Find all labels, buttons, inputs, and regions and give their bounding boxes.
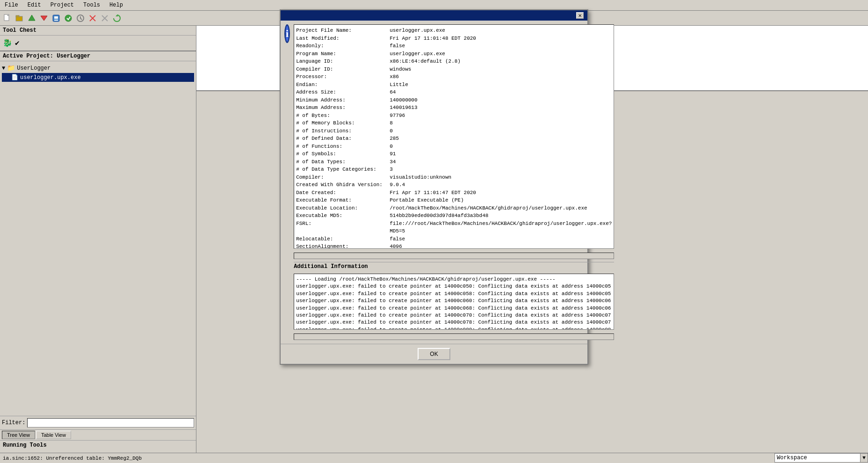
info-row: # of Data Type Categories:3: [296, 166, 612, 174]
info-value: x86: [390, 73, 399, 81]
info-value: 91: [390, 150, 396, 158]
info-row: Maximum Address:140019613: [296, 104, 612, 112]
info-key: Readonly:: [296, 42, 390, 50]
info-key: # of Symbols:: [296, 150, 390, 158]
info-key: FSRL:: [296, 220, 390, 235]
info-row: SectionAlignment:4096: [296, 243, 612, 249]
info-key: # of Functions:: [296, 143, 390, 151]
info-key: Executable Location:: [296, 204, 390, 212]
log-area[interactable]: ----- Loading /root/HackTheBox/Machines/…: [294, 274, 614, 330]
log-line: ----- Loading /root/HackTheBox/Machines/…: [296, 276, 612, 283]
info-value: 97796: [390, 112, 405, 120]
info-row: # of Defined Data:285: [296, 135, 612, 143]
info-key: Endian:: [296, 81, 390, 89]
info-row: Readonly:false: [296, 42, 612, 50]
info-value: 34: [390, 158, 396, 166]
info-table-area[interactable]: Project File Name:userlogger.upx.exeLast…: [294, 24, 614, 249]
ok-button[interactable]: OK: [418, 348, 450, 360]
info-key: # of Bytes:: [296, 112, 390, 120]
info-key: SectionAlignment:: [296, 243, 390, 249]
dialog-footer: OK: [281, 344, 587, 364]
info-value: visualstudio:unknown: [390, 174, 451, 181]
info-row: FSRL:file:///root/HackTheBox/Machines/HA…: [296, 220, 612, 235]
info-value: 0: [390, 143, 393, 151]
info-row: Compiler ID:windows: [296, 65, 612, 73]
info-row: Language ID:x86:LE:64:default (2.8): [296, 58, 612, 65]
info-row: # of Memory Blocks:8: [296, 119, 612, 127]
info-key: # of Instructions:: [296, 127, 390, 135]
info-key: # of Data Type Categories:: [296, 166, 390, 174]
info-value: userlogger.upx.exe: [390, 50, 445, 58]
info-key: # of Memory Blocks:: [296, 119, 390, 127]
info-key: Program Name:: [296, 50, 390, 58]
info-key: Relocatable:: [296, 235, 390, 243]
info-key: # of Defined Data:: [296, 135, 390, 143]
info-value: 9.0.4: [390, 181, 405, 189]
log-line: userlogger.upx.exe: failed to create poi…: [296, 319, 612, 326]
log-line: userlogger.upx.exe: failed to create poi…: [296, 305, 612, 312]
info-value: file:///root/HackTheBox/Machines/HACKBAC…: [390, 220, 612, 235]
info-value: /root/HackTheBox/Machines/HACKBACK/ghidr…: [390, 204, 587, 212]
info-row: Relocatable:false: [296, 235, 612, 243]
info-key: Project File Name:: [296, 27, 390, 35]
info-row: Created With Ghidra Version:9.0.4: [296, 181, 612, 189]
info-row: Address Size:64: [296, 88, 612, 96]
info-value: 8: [390, 119, 393, 127]
info-row: # of Instructions:0: [296, 127, 612, 135]
info-key: Last Modified:: [296, 35, 390, 43]
log-line: userlogger.upx.exe: failed to create poi…: [296, 312, 612, 319]
info-value: Fri Apr 17 11:01:48 EDT 2020: [390, 35, 476, 43]
info-row: Executable Location:/root/HackTheBox/Mac…: [296, 204, 612, 212]
log-hscroll[interactable]: [294, 333, 614, 340]
log-line: userlogger.upx.exe: failed to create poi…: [296, 326, 612, 330]
dialog-content: Project File Name:userlogger.upx.exeLast…: [294, 24, 614, 340]
info-key: Address Size:: [296, 88, 390, 96]
info-key: Executable MD5:: [296, 212, 390, 220]
info-value: 140019613: [390, 104, 417, 112]
dialog-body: i Project File Name:userlogger.upx.exeLa…: [281, 21, 587, 344]
info-key: Created With Ghidra Version:: [296, 181, 390, 189]
info-row: Executable MD5:514bb2b9eded00d3d97d84afd…: [296, 212, 612, 220]
info-row: # of Symbols:91: [296, 150, 612, 158]
info-value: 0: [390, 127, 393, 135]
info-value: false: [390, 42, 405, 50]
info-table-hscroll[interactable]: [294, 253, 614, 259]
info-key: Date Created:: [296, 189, 390, 197]
info-value: 4096: [390, 243, 402, 249]
info-key: Executable Format:: [296, 196, 390, 204]
info-key: Language ID:: [296, 58, 390, 65]
info-value: 514bb2b9eded00d3d97d84afd3a3bd48: [390, 212, 488, 220]
info-row: Last Modified:Fri Apr 17 11:01:48 EDT 20…: [296, 35, 612, 43]
additional-info-label: Additional Information: [294, 262, 614, 271]
info-value: userlogger.upx.exe: [390, 27, 445, 35]
info-value: Little: [390, 81, 408, 89]
info-icon: i: [284, 24, 290, 43]
info-key: Compiler:: [296, 174, 390, 181]
info-value: 285: [390, 135, 399, 143]
modal-overlay: ✕ i Project File Name:userlogger.upx.exe…: [0, 0, 868, 463]
info-dialog: ✕ i Project File Name:userlogger.upx.exe…: [280, 9, 588, 365]
info-key: Processor:: [296, 73, 390, 81]
info-row: Endian:Little: [296, 81, 612, 89]
dialog-titlebar: ✕: [281, 10, 587, 21]
info-value: false: [390, 235, 405, 243]
info-value: Fri Apr 17 11:01:47 EDT 2020: [390, 189, 476, 197]
info-key: Compiler ID:: [296, 65, 390, 73]
info-row: Minimum Address:140000000: [296, 96, 612, 104]
info-row: Processor:x86: [296, 73, 612, 81]
info-row: # of Bytes:97796: [296, 112, 612, 120]
log-line: userlogger.upx.exe: failed to create poi…: [296, 297, 612, 304]
info-row: # of Functions:0: [296, 143, 612, 151]
dialog-close-btn[interactable]: ✕: [576, 12, 584, 19]
info-value: windows: [390, 65, 411, 73]
info-value: 64: [390, 88, 396, 96]
info-key: Minimum Address:: [296, 96, 390, 104]
info-row: Executable Format:Portable Executable (P…: [296, 196, 612, 204]
info-value: 140000000: [390, 96, 417, 104]
log-line: userlogger.upx.exe: failed to create poi…: [296, 290, 612, 297]
log-line: userlogger.upx.exe: failed to create poi…: [296, 283, 612, 290]
info-row: Date Created:Fri Apr 17 11:01:47 EDT 202…: [296, 189, 612, 197]
info-row: Compiler:visualstudio:unknown: [296, 174, 612, 181]
info-value: x86:LE:64:default (2.8): [390, 58, 461, 65]
info-row: Project File Name:userlogger.upx.exe: [296, 27, 612, 35]
